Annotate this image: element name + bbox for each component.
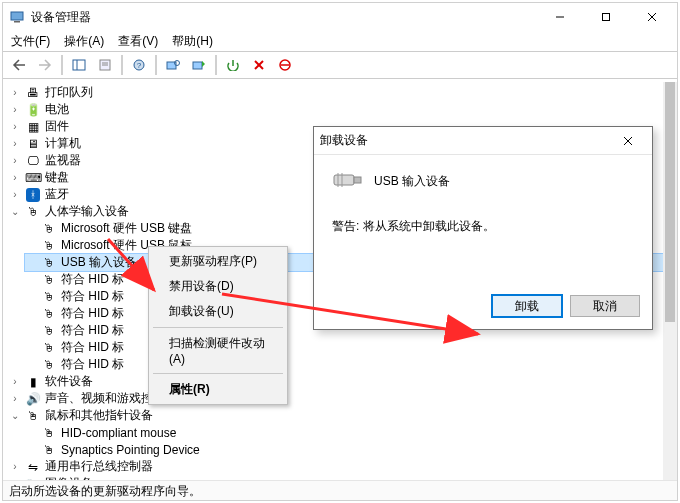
enable-button[interactable] — [221, 54, 245, 76]
uninstall-dialog: 卸载设备 USB 输入设备 警告: 将从系统中卸载此设备。 卸载 取消 — [313, 126, 653, 330]
separator — [121, 55, 123, 75]
uninstall-button[interactable] — [247, 54, 271, 76]
firmware-icon: ▦ — [25, 120, 41, 134]
disable-button[interactable] — [273, 54, 297, 76]
dialog-title: 卸载设备 — [320, 132, 368, 149]
hid-icon: 🖰 — [25, 205, 41, 219]
menu-properties[interactable]: 属性(R) — [151, 377, 285, 402]
context-menu: 更新驱动程序(P) 禁用设备(D) 卸载设备(U) 扫描检测硬件改动(A) 属性… — [148, 246, 288, 405]
dialog-device-name: USB 输入设备 — [374, 173, 450, 190]
svg-rect-1 — [14, 21, 20, 23]
menu-file[interactable]: 文件(F) — [11, 33, 50, 50]
mouse-icon: 🖱 — [41, 443, 57, 457]
mouse-icon: 🖱 — [41, 426, 57, 440]
scan-button[interactable] — [161, 54, 185, 76]
separator — [61, 55, 63, 75]
svg-rect-23 — [354, 177, 361, 183]
tree-node-synaptics[interactable]: 🖱Synaptics Pointing Device — [25, 441, 663, 458]
close-button[interactable] — [629, 3, 675, 31]
scrollbar-thumb[interactable] — [665, 82, 675, 322]
usb-device-icon — [332, 169, 364, 194]
show-hide-tree-button[interactable] — [67, 54, 91, 76]
hid-icon: 🖰 — [41, 290, 57, 304]
properties-button[interactable] — [93, 54, 117, 76]
dialog-close-button[interactable] — [610, 129, 646, 153]
minimize-button[interactable] — [537, 3, 583, 31]
sound-icon: 🔊 — [25, 392, 41, 406]
tree-node-hid-mouse[interactable]: 🖱HID-compliant mouse — [25, 424, 663, 441]
hid-icon: 🖰 — [41, 307, 57, 321]
tree-node-printers[interactable]: ›🖶打印队列 — [9, 84, 663, 101]
vertical-scrollbar[interactable] — [663, 82, 677, 480]
menu-uninstall-device[interactable]: 卸载设备(U) — [151, 299, 285, 324]
tree-node-hid-std[interactable]: 🖰符合 HID 标 — [25, 356, 663, 373]
monitor-icon: 🖵 — [25, 154, 41, 168]
computer-icon: 🖥 — [25, 137, 41, 151]
dialog-body: USB 输入设备 警告: 将从系统中卸载此设备。 — [314, 155, 652, 287]
hid-icon: 🖰 — [41, 358, 57, 372]
bluetooth-icon: ᚼ — [25, 188, 41, 202]
menu-separator — [153, 373, 283, 374]
help-button[interactable]: ? — [127, 54, 151, 76]
update-driver-button[interactable] — [187, 54, 211, 76]
tree-node-mouse[interactable]: ⌄🖱鼠标和其他指针设备 — [9, 407, 663, 424]
svg-rect-15 — [193, 62, 202, 69]
menu-help[interactable]: 帮助(H) — [172, 33, 213, 50]
menu-disable-device[interactable]: 禁用设备(D) — [151, 274, 285, 299]
separator — [215, 55, 217, 75]
mouse-icon: 🖱 — [25, 409, 41, 423]
back-button[interactable] — [7, 54, 31, 76]
dialog-warning: 警告: 将从系统中卸载此设备。 — [332, 218, 634, 235]
hid-icon: 🖰 — [41, 273, 57, 287]
printer-icon: 🖶 — [25, 86, 41, 100]
dialog-titlebar: 卸载设备 — [314, 127, 652, 155]
hid-icon: 🖰 — [41, 324, 57, 338]
forward-button[interactable] — [33, 54, 57, 76]
menubar: 文件(F) 操作(A) 查看(V) 帮助(H) — [3, 31, 677, 51]
window-title: 设备管理器 — [31, 9, 537, 26]
svg-rect-0 — [11, 12, 23, 20]
menu-scan-hardware[interactable]: 扫描检测硬件改动(A) — [151, 331, 285, 370]
menu-action[interactable]: 操作(A) — [64, 33, 104, 50]
menu-view[interactable]: 查看(V) — [118, 33, 158, 50]
menu-separator — [153, 327, 283, 328]
hid-icon: 🖰 — [41, 341, 57, 355]
svg-text:?: ? — [137, 61, 142, 70]
toolbar: ? — [3, 51, 677, 79]
separator — [155, 55, 157, 75]
svg-rect-22 — [334, 175, 354, 185]
menu-update-driver[interactable]: 更新驱动程序(P) — [151, 249, 285, 274]
titlebar: 设备管理器 — [3, 3, 677, 31]
hid-icon: 🖰 — [41, 256, 57, 270]
dialog-cancel-button[interactable]: 取消 — [570, 295, 640, 317]
keyboard-icon: ⌨ — [25, 171, 41, 185]
software-icon: ▮ — [25, 375, 41, 389]
hid-icon: 🖰 — [41, 239, 57, 253]
tree-node-software[interactable]: ›▮软件设备 — [9, 373, 663, 390]
tree-node-sound[interactable]: ›🔊声音、视频和游戏控制器 — [9, 390, 663, 407]
tree-node-usb-bus[interactable]: ›⇋通用串行总线控制器 — [9, 458, 663, 475]
window-buttons — [537, 3, 675, 31]
battery-icon: 🔋 — [25, 103, 41, 117]
app-icon — [9, 9, 25, 25]
status-bar: 启动所选设备的更新驱动程序向导。 — [3, 480, 677, 500]
dialog-buttons: 卸载 取消 — [314, 287, 652, 329]
maximize-button[interactable] — [583, 3, 629, 31]
usb-icon: ⇋ — [25, 460, 41, 474]
tree-node-hid-std[interactable]: 🖰符合 HID 标 — [25, 339, 663, 356]
dialog-device-row: USB 输入设备 — [332, 169, 634, 194]
svg-rect-3 — [603, 14, 610, 21]
dialog-uninstall-button[interactable]: 卸载 — [492, 295, 562, 317]
svg-rect-6 — [73, 60, 85, 70]
hid-icon: 🖰 — [41, 222, 57, 236]
tree-node-battery[interactable]: ›🔋电池 — [9, 101, 663, 118]
